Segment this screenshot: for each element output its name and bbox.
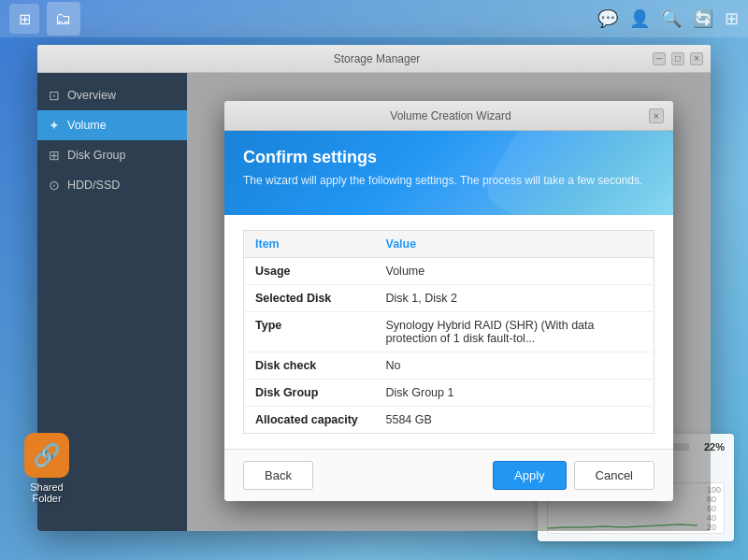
back-button[interactable]: Back	[243, 461, 313, 490]
table-cell-value: Disk 1, Disk 2	[375, 285, 654, 312]
cancel-button[interactable]: Cancel	[574, 461, 654, 490]
shared-folder-img: 🔗	[24, 433, 69, 478]
window-title: Storage Manager	[101, 52, 653, 65]
titlebar-controls: ─ □ ×	[653, 52, 703, 65]
sidebar-label-diskgroup: Disk Group	[67, 149, 126, 162]
close-button[interactable]: ×	[690, 52, 703, 65]
table-row: Selected Disk Disk 1, Disk 2	[244, 285, 654, 312]
maximize-button[interactable]: □	[671, 52, 684, 65]
taskbar-apps-icon[interactable]: ⊞	[9, 4, 39, 34]
taskbar-right: 💬 👤 🔍 🔄 ⊞	[597, 8, 739, 29]
dialog-close-button[interactable]: ×	[649, 108, 664, 123]
minimize-button[interactable]: ─	[653, 52, 666, 65]
dialog-body: Item Value Usage Volume Selected Disk Di…	[224, 215, 673, 449]
dialog-header: Confirm settings The wizard will apply t…	[224, 131, 673, 215]
table-cell-value: Disk Group 1	[375, 380, 654, 407]
table-row: Type Synology Hybrid RAID (SHR) (With da…	[244, 312, 654, 352]
confirm-settings-title: Confirm settings	[243, 148, 654, 167]
sync-icon[interactable]: 🔄	[693, 8, 713, 29]
volume-creation-dialog: Volume Creation Wizard × Confirm setting…	[224, 101, 673, 501]
table-cell-value: 5584 GB	[375, 407, 654, 434]
volume-icon: ✦	[49, 118, 60, 133]
table-cell-item: Disk check	[244, 352, 375, 380]
search-icon[interactable]: 🔍	[661, 8, 682, 29]
settings-table: Item Value Usage Volume Selected Disk Di…	[243, 230, 654, 434]
sidebar-item-hdd-ssd[interactable]: ⊙ HDD/SSD	[37, 170, 187, 200]
col-header-item: Item	[244, 231, 375, 258]
window-body: ⊡ Overview ✦ Volume ⊞ Disk Group ⊙ HDD/S…	[37, 73, 711, 531]
table-cell-item: Selected Disk	[244, 285, 375, 312]
table-row: Allocated capacity 5584 GB	[244, 407, 654, 434]
chat-icon[interactable]: 💬	[597, 8, 618, 29]
shared-folder-label: Shared Folder	[19, 481, 75, 504]
table-cell-item: Type	[244, 312, 375, 352]
desktop: ⊞ 🗂 💬 👤 🔍 🔄 ⊞ Storage Manager ─ □ ×	[0, 0, 748, 560]
confirm-settings-subtitle: The wizard will apply the following sett…	[243, 173, 654, 189]
dialog-titlebar: Volume Creation Wizard ×	[224, 101, 673, 131]
main-content: Volume Creation Wizard × Confirm setting…	[187, 73, 711, 531]
col-header-value: Value	[375, 231, 654, 258]
overview-icon: ⊡	[49, 88, 60, 103]
table-cell-item: Allocated capacity	[244, 407, 375, 434]
user-icon[interactable]: 👤	[629, 8, 650, 29]
taskbar-storage-icon[interactable]: 🗂	[47, 2, 80, 36]
diskgroup-icon: ⊞	[49, 148, 60, 163]
sidebar-label-volume: Volume	[67, 119, 107, 132]
table-cell-item: Usage	[244, 258, 375, 285]
table-row: Disk check No	[244, 352, 654, 380]
sidebar-item-diskgroup[interactable]: ⊞ Disk Group	[37, 140, 187, 170]
hdd-icon: ⊙	[49, 178, 60, 193]
storage-manager-window: Storage Manager ─ □ × ⊡ Overview ✦ Volum…	[37, 45, 711, 531]
window-titlebar: Storage Manager ─ □ ×	[37, 45, 711, 73]
table-cell-value: Synology Hybrid RAID (SHR) (With data pr…	[375, 312, 654, 352]
sidebar-label-hdd: HDD/SSD	[67, 179, 120, 192]
grid-icon[interactable]: ⊞	[725, 8, 739, 29]
sidebar-item-volume[interactable]: ✦ Volume	[37, 110, 187, 140]
taskbar-top: ⊞ 🗂 💬 👤 🔍 🔄 ⊞	[0, 0, 748, 37]
footer-btn-group: Apply Cancel	[493, 461, 654, 490]
table-cell-item: Disk Group	[244, 380, 375, 407]
table-row: Usage Volume	[244, 258, 654, 285]
sidebar-label-overview: Overview	[67, 89, 116, 102]
table-row: Disk Group Disk Group 1	[244, 380, 654, 407]
dialog-footer: Back Apply Cancel	[224, 449, 673, 501]
shared-folder-icon[interactable]: 🔗 Shared Folder	[19, 433, 75, 504]
dialog-title: Volume Creation Wizard	[252, 109, 649, 122]
table-cell-value: Volume	[375, 258, 654, 285]
apply-button[interactable]: Apply	[493, 461, 567, 490]
table-cell-value: No	[375, 352, 654, 380]
sidebar-item-overview[interactable]: ⊡ Overview	[37, 80, 187, 110]
taskbar-left: ⊞ 🗂	[9, 2, 80, 36]
